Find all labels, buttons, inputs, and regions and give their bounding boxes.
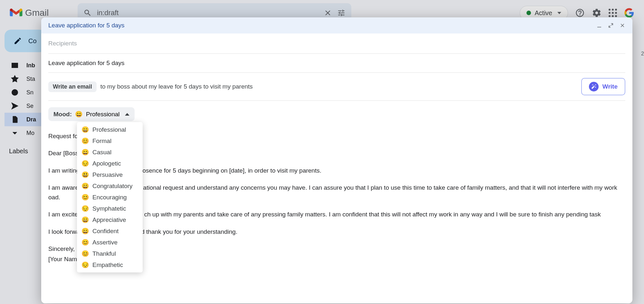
subject-field[interactable]: Leave application for 5 days [48,54,625,73]
restore-icon[interactable] [608,23,614,28]
chevron-down-icon [11,129,19,137]
status-text: Active [535,9,552,17]
mood-option-professional[interactable]: 😄Professional [77,124,143,135]
search-icon [83,9,92,17]
gmail-logo[interactable]: Gmail [10,8,49,18]
mood-option-symphatetic[interactable]: 😔Symphatetic [77,203,143,214]
star-icon [11,75,19,83]
page-indicator: 2 [641,51,644,57]
mood-row: Mood: 😄 Professional 😄Professional 😊Form… [48,101,625,128]
dialog-header: Leave application for 5 days [41,17,632,33]
mood-selector[interactable]: Mood: 😄 Professional [48,107,135,121]
gear-icon[interactable] [592,8,601,18]
google-logo-icon[interactable] [624,8,634,18]
prompt-input[interactable]: to my boss about my leave for 5 days to … [100,83,577,90]
gmail-text: Gmail [25,8,49,18]
compose-dialog: Leave application for 5 days Recipients … [41,17,632,303]
pencil-icon [14,37,22,45]
draft-icon [11,116,19,123]
mood-dropdown: 😄Professional 😊Formal 😄Casual 😔Apologeti… [77,122,143,272]
mood-option-apologetic[interactable]: 😔Apologetic [77,158,143,169]
chevron-up-icon [125,113,129,116]
apps-icon[interactable] [609,9,617,17]
search-query: in:draft [97,9,318,17]
mood-option-encouraging[interactable]: 😊Encouraging [77,192,143,203]
compose-button[interactable]: Co [5,30,46,52]
write-button[interactable]: Write [581,78,625,95]
inbox-icon [11,62,19,69]
gmail-icon [10,8,23,18]
dialog-title: Leave application for 5 days [48,22,125,29]
compose-label: Co [28,37,37,45]
ai-prompt-row: Write an email to my boss about my leave… [48,73,625,101]
mood-option-thankful[interactable]: 😊Thankful [77,248,143,259]
magic-wand-icon [589,82,599,91]
mood-option-empathetic[interactable]: 😔Empathetic [77,259,143,271]
close-icon[interactable] [620,23,625,28]
close-icon[interactable] [324,9,332,17]
mood-emoji-icon: 😄 [75,110,83,118]
mood-option-formal[interactable]: 😊Formal [77,135,143,147]
mood-option-assertive[interactable]: 😊Assertive [77,237,143,248]
status-dot-icon [526,11,531,15]
mood-option-appreciative[interactable]: 😄Appreciative [77,214,143,225]
mood-option-casual[interactable]: 😄Casual [77,147,143,158]
mood-option-confident[interactable]: 😄Confident [77,225,143,237]
window-controls [596,23,625,28]
dialog-body: Recipients Leave application for 5 days … [41,33,632,275]
recipients-field[interactable]: Recipients [48,33,625,54]
minimize-icon[interactable] [596,23,602,28]
tune-icon[interactable] [337,9,346,17]
write-email-chip: Write an email [48,81,97,92]
mood-option-persuasive[interactable]: 😃Persuasive [77,169,143,180]
clock-icon [11,89,19,96]
send-icon [11,102,19,110]
chevron-down-icon [557,12,561,14]
mood-option-congratulatory[interactable]: 😄Congratulatory [77,180,143,192]
help-icon[interactable] [575,8,585,18]
